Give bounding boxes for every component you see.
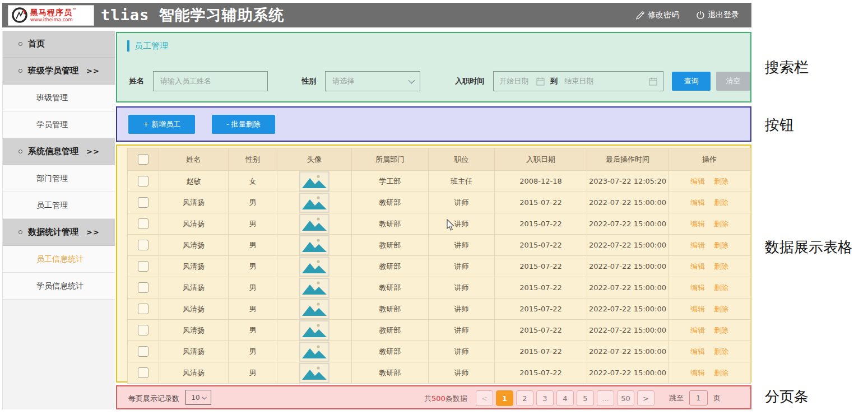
cell-job-title: 讲师 <box>429 277 495 299</box>
edit-link[interactable]: 编辑 <box>690 283 705 292</box>
row-checkbox-cell <box>128 213 159 235</box>
avatar-frame <box>299 278 329 298</box>
row-checkbox-cell <box>128 256 159 277</box>
cell-avatar <box>277 256 352 277</box>
pagination-bar: 每页展示记录数 10 共500条数据 <12345...50> 跳至 1 页 <box>116 385 751 409</box>
edit-link[interactable]: 编辑 <box>690 347 705 356</box>
row-checkbox[interactable] <box>138 176 148 186</box>
cell-avatar <box>277 192 352 213</box>
sidebar-item-employee-mgmt[interactable]: 员工管理 <box>3 192 115 219</box>
cell-job-title: 讲师 <box>429 235 495 256</box>
edit-link[interactable]: 编辑 <box>690 220 705 228</box>
batch-delete-button[interactable]: - 批量删除 <box>212 115 275 134</box>
cell-last-updated: 2022-07-22 15:00:00 <box>587 299 669 320</box>
sidebar-item-student-info-stats[interactable]: 学员信息统计 <box>3 273 115 300</box>
row-checkbox-cell <box>128 235 159 256</box>
cell-entry-date: 2015-07-22 <box>495 192 587 213</box>
delete-link[interactable]: 删除 <box>714 262 728 271</box>
add-employee-button[interactable]: + 新增员工 <box>128 115 195 134</box>
sidebar-item-dept-mgmt[interactable]: 部门管理 <box>3 165 115 192</box>
edit-link[interactable]: 编辑 <box>690 177 705 185</box>
cell-actions: 编辑删除 <box>669 192 751 213</box>
cell-entry-date: 2015-07-22 <box>495 320 587 341</box>
edit-link[interactable]: 编辑 <box>690 198 705 207</box>
next-page-button[interactable]: > <box>637 390 655 406</box>
prev-page-button: < <box>476 390 493 406</box>
main-content: 员工管理 姓名 请输入员工姓名 性别 请选择 入职时间 开始日期 到 结束日期 <box>116 0 751 415</box>
delete-link[interactable]: 删除 <box>714 220 728 228</box>
avatar-image <box>300 236 328 254</box>
clear-button[interactable]: 清空 <box>716 72 750 91</box>
cell-actions: 编辑删除 <box>669 320 751 341</box>
annotation-label-4: 分页条 <box>765 387 809 407</box>
annotation-label-1: 搜索栏 <box>765 58 809 77</box>
gender-select[interactable]: 请选择 <box>325 71 420 91</box>
table-header-checkbox-cell <box>128 148 159 171</box>
row-checkbox-cell <box>128 341 159 362</box>
jump-page-input[interactable]: 1 <box>689 390 708 405</box>
row-checkbox[interactable] <box>138 304 148 314</box>
page-button-2[interactable]: 2 <box>516 390 533 406</box>
total-suffix: 条数据 <box>445 394 467 403</box>
page-button-4[interactable]: 4 <box>556 390 574 406</box>
row-checkbox[interactable] <box>138 367 148 378</box>
delete-link[interactable]: 删除 <box>714 177 728 185</box>
row-checkbox[interactable] <box>138 325 148 335</box>
page-button-1[interactable]: 1 <box>496 390 513 406</box>
sidebar-item-student-mgmt[interactable]: 学员管理 <box>3 111 115 138</box>
row-checkbox[interactable] <box>138 261 148 272</box>
row-checkbox[interactable] <box>138 346 148 357</box>
name-input[interactable]: 请输入员工姓名 <box>153 71 268 91</box>
table-row: 赵敏女学工部班主任2008-12-182023-07-22 12:05:20编辑… <box>128 171 751 192</box>
sidebar-item-system-info-mgmt[interactable]: 系统信息管理>> <box>3 138 115 165</box>
page-button-50[interactable]: 50 <box>617 390 634 406</box>
cell-avatar <box>277 277 352 299</box>
row-checkbox[interactable] <box>138 282 148 293</box>
search-button[interactable]: 查询 <box>672 72 711 91</box>
delete-link[interactable]: 删除 <box>714 305 728 313</box>
avatar-image <box>300 321 328 339</box>
delete-link[interactable]: 删除 <box>714 326 728 334</box>
avatar-image <box>300 279 328 297</box>
row-checkbox[interactable] <box>138 240 148 250</box>
avatar-frame <box>299 299 329 319</box>
page-size-select[interactable]: 10 <box>185 390 211 405</box>
bullet-icon <box>18 230 22 234</box>
delete-link[interactable]: 删除 <box>714 347 728 356</box>
delete-link[interactable]: 删除 <box>714 241 728 249</box>
edit-link[interactable]: 编辑 <box>690 305 705 313</box>
select-all-checkbox[interactable] <box>138 154 148 165</box>
cell-department: 教研部 <box>352 235 429 256</box>
row-checkbox[interactable] <box>138 197 148 208</box>
cell-actions: 编辑删除 <box>669 213 751 235</box>
row-checkbox-cell <box>128 277 159 299</box>
row-checkbox[interactable] <box>138 218 148 229</box>
sidebar-item-data-stats-mgmt[interactable]: 数据统计管理>> <box>3 219 115 246</box>
row-checkbox-cell <box>128 171 159 192</box>
sidebar-item-home[interactable]: 首页 <box>3 31 115 58</box>
avatar-frame <box>299 342 329 362</box>
edit-link[interactable]: 编辑 <box>690 262 705 271</box>
search-form: 姓名 请输入员工姓名 性别 请选择 入职时间 开始日期 到 结束日期 查询 <box>117 71 750 91</box>
table-header-row: 姓名性别头像所属部门职位入职日期最后操作时间操作 <box>128 148 751 171</box>
page-button-3[interactable]: 3 <box>536 390 554 406</box>
sidebar-item-class-student-mgmt[interactable]: 班级学员管理>> <box>3 58 115 85</box>
cell-department: 学工部 <box>352 171 429 192</box>
edit-link[interactable]: 编辑 <box>690 241 705 249</box>
edit-link[interactable]: 编辑 <box>690 369 705 377</box>
name-placeholder: 请输入员工姓名 <box>160 76 211 86</box>
delete-link[interactable]: 删除 <box>714 198 728 207</box>
cell-actions: 编辑删除 <box>669 256 751 277</box>
delete-link[interactable]: 删除 <box>714 369 728 377</box>
entry-date-range[interactable]: 开始日期 到 结束日期 <box>493 71 663 91</box>
page-button-5[interactable]: 5 <box>577 390 594 406</box>
page-size-value: 10 <box>191 394 199 402</box>
cell-name: 风清扬 <box>159 299 229 320</box>
edit-link[interactable]: 编辑 <box>690 326 705 334</box>
cell-department: 教研部 <box>352 277 429 299</box>
title-accent-bar <box>127 40 129 52</box>
sidebar-item-class-mgmt[interactable]: 班级管理 <box>3 85 115 111</box>
logo-url: www.itheima.com <box>30 17 77 22</box>
sidebar-item-employee-info-stats[interactable]: 员工信息统计 <box>3 246 115 273</box>
delete-link[interactable]: 删除 <box>714 283 728 292</box>
